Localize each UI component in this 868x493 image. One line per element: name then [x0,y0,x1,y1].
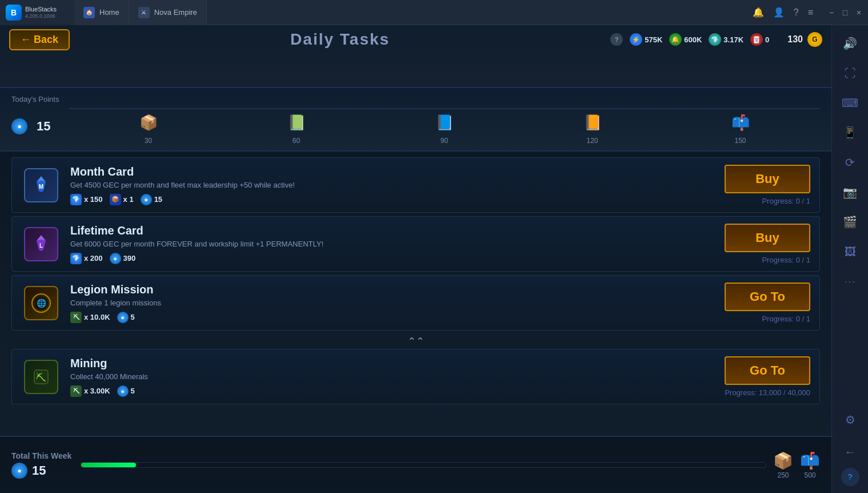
sidebar-rotate-icon[interactable]: ⟳ [837,149,864,176]
sidebar-help-icon[interactable]: ? [841,468,859,486]
orb-icon-lifetime: ● [110,253,121,264]
task-action-lifetime-card: Buy Progress: 0 / 1 [719,224,810,264]
gem-icon-lifetime: 💎 [70,253,82,264]
milestone-90: 📘 90 [431,109,458,145]
week-points-orb: ● [11,463,27,479]
task-desc-lifetime-card: Get 6000 GEC per month FOREVER and works… [70,240,710,248]
points-value: 15 [37,119,59,134]
back-button[interactable]: ← Back [9,29,70,50]
milestone-chest-60: 📗 [283,109,310,136]
sidebar-keyboard-icon[interactable]: ⌨ [837,89,864,117]
title-bar-left: B BlueStacks 4.205.0.1006 🏠 Home ⚔ Nova … [0,0,207,25]
resource-bar: ? ⚡ 575K 🔔 600K 💎 3.17K 🃏 [610,33,769,46]
progress-bar-wrapper: 📦 30 📗 60 📘 90 📙 120 [69,108,820,145]
tab-nova-empire[interactable]: ⚔ Nova Empire [129,0,207,25]
task-name-month-card: Month Card [70,165,710,178]
today-points-label: Today's Points [11,95,820,104]
milestone-chest-120: 📙 [579,109,606,136]
task-rewards-lifetime-card: 💎 x 200 ● 390 [70,253,710,264]
restore-button[interactable]: □ [841,8,850,17]
close-button[interactable]: × [854,8,863,17]
task-icon-legion-mission: 🌐 [21,283,61,323]
resource-item-card: 🃏 0 [750,33,769,46]
sidebar-gear-icon[interactable]: ⚙ [837,406,864,434]
right-sidebar: 🔊 ⛶ ⌨ 📱 ⟳ 📷 🎬 🖼 ⋯ ⚙ ← ? [831,25,868,493]
help-titlebar-icon[interactable]: ? [794,7,799,18]
mineral-value-legion: x 10.0K [84,313,110,321]
task-content-month-card: Month Card Get 4500 GEC per month and fl… [70,165,710,205]
energy-value: 575K [645,35,662,44]
user-titlebar-icon[interactable]: 👤 [773,7,785,18]
milestone-label-30: 30 [145,137,152,145]
gold-icon: G [807,32,822,47]
nova-tab-icon: ⚔ [138,7,150,18]
gem-icon-month: 💎 [70,194,82,205]
sidebar-volume-icon[interactable]: 🔊 [837,30,864,57]
task-rewards-month-card: 💎 x 150 📦 x 1 ● 15 [70,194,710,205]
bluestacks-name: BlueStacks [25,6,57,13]
tab-home[interactable]: 🏠 Home [74,0,129,25]
task-icon-lifetime-card: L [21,224,61,264]
task-action-month-card: Buy Progress: 0 / 1 [719,165,810,205]
week-bar-fill [81,463,136,467]
buy-button-month-card[interactable]: Buy [725,165,810,193]
lifetime-card-icon-bg: L [24,227,58,261]
bell-titlebar-icon[interactable]: 🔔 [753,7,764,18]
week-progress-row: 📦 250 📫 500 [81,451,820,479]
tasks-area[interactable]: M Month Card Get 4500 GEC per month and … [0,152,831,436]
gem-value-month: x 150 [84,195,103,204]
mineral-icon-legion: ⛏ [70,312,82,323]
sidebar-phone-icon[interactable]: 📱 [837,119,864,146]
sidebar-video-icon[interactable]: 🎬 [837,208,864,236]
reward-gem-lifetime: 💎 x 200 [70,253,103,264]
points-orb: ● [11,118,27,134]
svg-text:L: L [39,242,43,249]
progress-section: Today's Points ● 15 📦 30 📗 [0,88,831,152]
sidebar-fullscreen-icon[interactable]: ⛶ [837,59,864,87]
orb-icon-legion: ● [117,312,129,323]
window-controls: − □ × [827,8,863,17]
menu-titlebar-icon[interactable]: ≡ [808,7,813,18]
month-card-svg: M [30,174,53,197]
resource-item-energy: ⚡ 575K [630,33,662,46]
week-milestone-250: 📦 250 [773,451,793,479]
currency-value: 130 [787,34,803,45]
crystal-value: 3.17K [723,35,743,44]
task-rewards-mining: ⛏ x 3.00K ● 5 [70,385,710,397]
orb-value-month: 15 [154,195,162,204]
mining-icon-bg: ⛏ [24,360,58,394]
buy-button-lifetime-card[interactable]: Buy [725,224,810,252]
task-icon-month-card: M [21,165,61,205]
resource-item-crystal: 💎 3.17K [709,33,743,46]
goto-button-mining[interactable]: Go To [725,356,810,385]
sidebar-gallery-icon[interactable]: 🖼 [837,238,864,265]
milestone-150: 📫 150 [727,109,754,145]
milestone-icons-row: 📦 30 📗 60 📘 90 📙 120 [69,109,820,145]
lifetime-card-svg: L [30,233,53,256]
milestone-30: 📦 30 [135,109,162,145]
minimize-button[interactable]: − [827,8,836,17]
week-points-value: 15 [32,463,55,478]
progress-mining: Progress: 13,000 / 40,000 [725,388,810,397]
task-desc-month-card: Get 4500 GEC per month and fleet max lea… [70,181,710,189]
card-icon: 🃏 [750,33,763,46]
orb-value-lifetime: 390 [123,254,136,263]
reward-mineral-legion: ⛏ x 10.0K [70,312,110,323]
sidebar-more-icon[interactable]: ⋯ [837,268,864,295]
title-bar-right: 🔔 👤 ? ≡ − □ × [753,7,868,18]
task-rewards-legion-mission: ⛏ x 10.0K ● 5 [70,312,710,323]
mineral-icon-mining: ⛏ [70,385,82,397]
progress-month-card: Progress: 0 / 1 [762,197,810,205]
progress-lifetime-card: Progress: 0 / 1 [762,256,810,264]
task-action-mining: Go To Progress: 13,000 / 40,000 [719,356,810,397]
week-milestone-500: 📫 500 [800,451,820,479]
sidebar-back-icon[interactable]: ← [837,438,864,466]
milestone-chest-150: 📫 [727,109,754,136]
mining-svg: ⛏ [30,365,53,388]
currency-bar: 130 G [787,32,822,47]
orb-value-legion: 5 [131,313,135,321]
milestone-chest-90: 📘 [431,109,458,136]
goto-button-legion-mission[interactable]: Go To [725,283,810,311]
dots-icon: ⋯ [844,275,856,288]
sidebar-screenshot-icon[interactable]: 📷 [837,178,864,206]
